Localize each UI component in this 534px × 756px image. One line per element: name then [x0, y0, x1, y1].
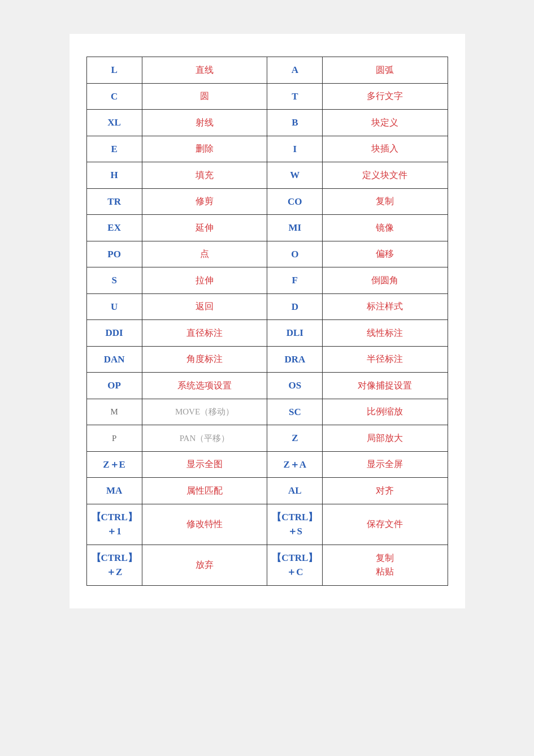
value-cell: MOVE（移动） [142, 399, 267, 425]
shortcut-table: L直线A圆弧C圆T多行文字XL射线B块定义E删除I块插入H填充W定义块文件TR修… [86, 57, 448, 586]
table-row: H填充W定义块文件 [86, 162, 448, 189]
key-cell: OS [267, 373, 323, 399]
value-cell: 系统选项设置 [142, 373, 267, 399]
value-cell: 射线 [142, 110, 267, 136]
page-container: L直线A圆弧C圆T多行文字XL射线B块定义E删除I块插入H填充W定义块文件TR修… [70, 34, 465, 608]
key-cell: OP [86, 373, 142, 399]
table-row: Z＋E显示全图Z＋A显示全屏 [86, 451, 448, 478]
key-cell: TR [86, 188, 142, 215]
value-cell: 局部放大 [323, 425, 448, 452]
value-cell: 复制 [323, 188, 448, 215]
value-cell: 比例缩放 [323, 399, 448, 425]
key-cell: O [267, 241, 323, 267]
value-cell: 修剪 [142, 188, 267, 215]
table-row: DDI直径标注DLI线性标注 [86, 320, 448, 347]
key-cell: E [86, 136, 142, 162]
key-cell: D [267, 293, 323, 320]
value-cell: 拉伸 [142, 267, 267, 294]
key-cell: S [86, 267, 142, 294]
table-row: S拉伸F倒圆角 [86, 267, 448, 294]
value-cell: 属性匹配 [142, 478, 267, 504]
value-cell: 修改特性 [142, 504, 267, 545]
value-cell: 放弃 [142, 545, 267, 585]
key-cell: W [267, 162, 323, 189]
key-cell: SC [267, 399, 323, 425]
value-cell: 显示全图 [142, 451, 267, 478]
value-cell: 直线 [142, 57, 267, 84]
key-cell: 【CTRL】 ＋Z [86, 545, 142, 585]
value-cell: 填充 [142, 162, 267, 189]
value-cell: 对像捕捉设置 [323, 373, 448, 399]
table-row: DAN角度标注DRA半径标注 [86, 346, 448, 373]
key-cell: DAN [86, 346, 142, 373]
key-cell: MA [86, 478, 142, 504]
value-cell: 块定义 [323, 110, 448, 136]
key-cell: U [86, 293, 142, 320]
key-cell: T [267, 83, 323, 110]
value-cell: 圆弧 [323, 57, 448, 84]
key-cell: I [267, 136, 323, 162]
table-row: E删除I块插入 [86, 136, 448, 162]
value-cell: 保存文件 [323, 504, 448, 545]
key-cell: DLI [267, 320, 323, 347]
table-row: EX延伸MI镜像 [86, 215, 448, 241]
value-cell: 多行文字 [323, 83, 448, 110]
value-cell: 倒圆角 [323, 267, 448, 294]
table-row: XL射线B块定义 [86, 110, 448, 136]
value-cell: 返回 [142, 293, 267, 320]
value-cell: 线性标注 [323, 320, 448, 347]
key-cell: 【CTRL】 ＋C [267, 545, 323, 585]
value-cell: 块插入 [323, 136, 448, 162]
table-row: OP系统选项设置OS对像捕捉设置 [86, 373, 448, 399]
key-cell: DRA [267, 346, 323, 373]
key-cell: Z [267, 425, 323, 452]
table-row: U返回D标注样式 [86, 293, 448, 320]
value-cell: PAN（平移） [142, 425, 267, 452]
table-row: PO点O偏移 [86, 241, 448, 267]
value-cell: 标注样式 [323, 293, 448, 320]
value-cell: 复制 粘贴 [323, 545, 448, 585]
value-cell: 点 [142, 241, 267, 267]
key-cell: CO [267, 188, 323, 215]
key-cell: PO [86, 241, 142, 267]
value-cell: 显示全屏 [323, 451, 448, 478]
value-cell: 角度标注 [142, 346, 267, 373]
key-cell: C [86, 83, 142, 110]
key-cell: B [267, 110, 323, 136]
key-cell: EX [86, 215, 142, 241]
value-cell: 对齐 [323, 478, 448, 504]
key-cell: A [267, 57, 323, 84]
value-cell: 删除 [142, 136, 267, 162]
table-row: PPAN（平移）Z局部放大 [86, 425, 448, 452]
key-cell: Z＋E [86, 451, 142, 478]
key-cell: M [86, 399, 142, 425]
value-cell: 延伸 [142, 215, 267, 241]
key-cell: Z＋A [267, 451, 323, 478]
table-row: MA属性匹配AL对齐 [86, 478, 448, 504]
key-cell: DDI [86, 320, 142, 347]
table-row: TR修剪CO复制 [86, 188, 448, 215]
table-row: MMOVE（移动）SC比例缩放 [86, 399, 448, 425]
key-cell: MI [267, 215, 323, 241]
key-cell: H [86, 162, 142, 189]
value-cell: 圆 [142, 83, 267, 110]
key-cell: XL [86, 110, 142, 136]
key-cell: P [86, 425, 142, 452]
value-cell: 半径标注 [323, 346, 448, 373]
value-cell: 镜像 [323, 215, 448, 241]
value-cell: 偏移 [323, 241, 448, 267]
value-cell: 直径标注 [142, 320, 267, 347]
table-row: 【CTRL】 ＋Z放弃【CTRL】 ＋C复制 粘贴 [86, 545, 448, 585]
key-cell: AL [267, 478, 323, 504]
value-cell: 定义块文件 [323, 162, 448, 189]
key-cell: 【CTRL】 ＋S [267, 504, 323, 545]
table-row: 【CTRL】 ＋1修改特性【CTRL】 ＋S保存文件 [86, 504, 448, 545]
key-cell: F [267, 267, 323, 294]
table-row: L直线A圆弧 [86, 57, 448, 84]
table-row: C圆T多行文字 [86, 83, 448, 110]
key-cell: 【CTRL】 ＋1 [86, 504, 142, 545]
key-cell: L [86, 57, 142, 84]
